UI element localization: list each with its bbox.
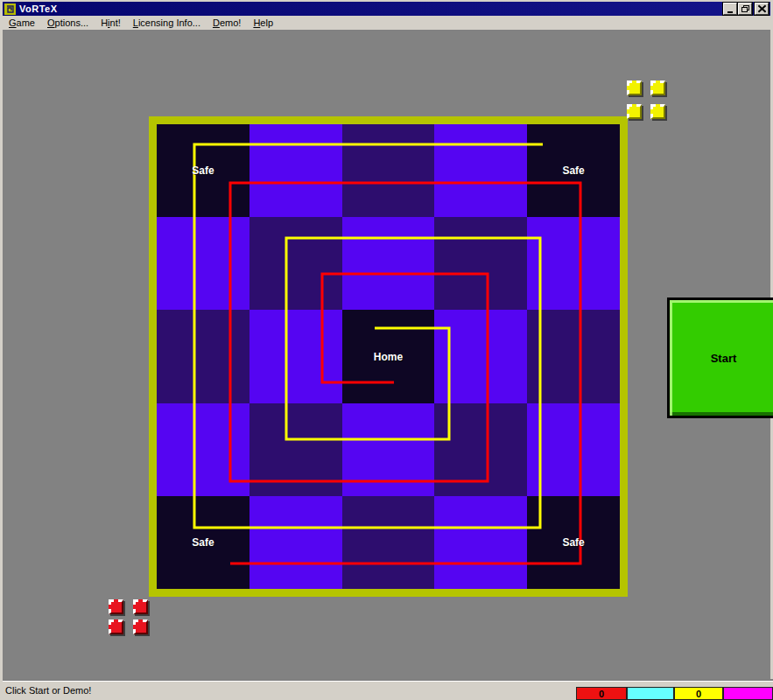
safe-label: Safe xyxy=(192,536,214,549)
game-board[interactable]: SafeSafeHomeSafeSafe xyxy=(149,116,628,597)
board-labels: SafeSafeHomeSafeSafe xyxy=(157,124,620,589)
yellow-piece[interactable] xyxy=(650,80,665,95)
start-button[interactable]: Start xyxy=(667,298,773,418)
menu-item-demo[interactable]: Demo! xyxy=(207,17,247,29)
minimize-button[interactable] xyxy=(723,3,737,15)
restore-button[interactable] xyxy=(738,3,752,15)
window-title: VoRTeX xyxy=(19,4,58,14)
score-box-1 xyxy=(627,687,674,700)
home-label: Home xyxy=(374,351,403,363)
safe-label: Safe xyxy=(562,536,584,549)
yellow-piece[interactable] xyxy=(650,104,665,119)
red-piece[interactable] xyxy=(109,599,123,614)
score-boxes: 00 xyxy=(576,687,773,700)
minimize-icon xyxy=(727,11,733,13)
yellow-piece[interactable] xyxy=(627,80,642,95)
title-bar[interactable]: VoRTeX xyxy=(3,2,770,16)
close-button[interactable] xyxy=(755,3,769,15)
score-box-0: 0 xyxy=(576,687,627,700)
status-bar: Click Start or Demo! 00 xyxy=(3,681,773,700)
close-icon xyxy=(758,5,766,12)
menu-item-help[interactable]: Help xyxy=(247,17,279,29)
vortex-spiral-icon xyxy=(4,4,16,15)
window-controls xyxy=(722,3,769,15)
menu-item-licensinginfo[interactable]: Licensing Info... xyxy=(127,17,207,29)
yellow-piece[interactable] xyxy=(627,104,642,119)
vortex-window: { "window": { "title": "VoRTeX", "icon":… xyxy=(0,0,773,700)
safe-label: Safe xyxy=(192,164,214,177)
safe-label: Safe xyxy=(562,164,584,177)
score-box-3 xyxy=(723,687,773,700)
red-piece[interactable] xyxy=(133,620,148,634)
red-piece[interactable] xyxy=(109,620,123,634)
menu-item-options[interactable]: Options... xyxy=(41,17,95,29)
restore-icon xyxy=(741,5,749,12)
menu-bar: GameOptions...Hint!Licensing Info...Demo… xyxy=(3,16,770,31)
status-message: Click Start or Demo! xyxy=(5,685,91,696)
start-button-label: Start xyxy=(711,352,737,365)
red-piece[interactable] xyxy=(133,599,148,614)
score-box-2: 0 xyxy=(674,687,723,700)
menu-item-hint[interactable]: Hint! xyxy=(95,17,127,29)
menu-item-game[interactable]: Game xyxy=(3,17,41,29)
